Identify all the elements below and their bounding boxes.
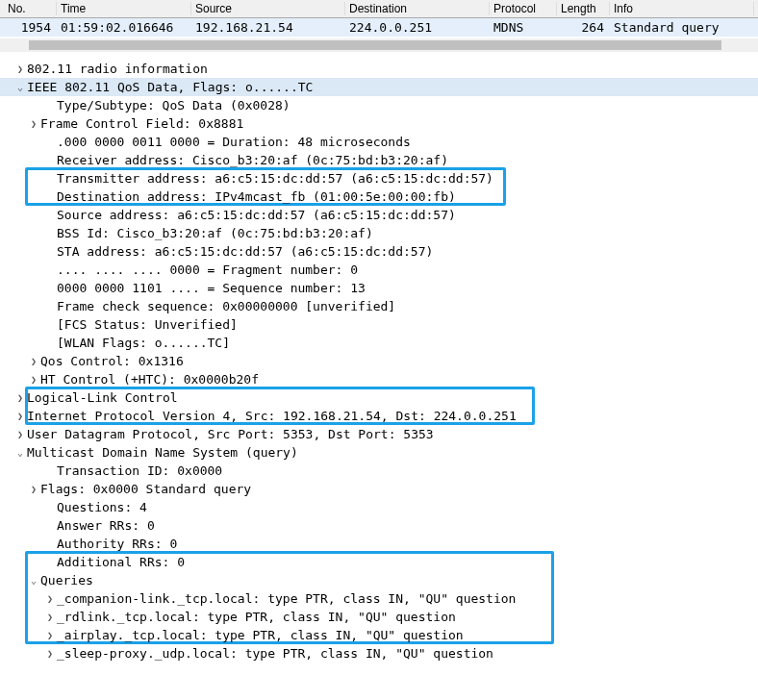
chevron-right-icon[interactable]: ❯ bbox=[27, 370, 40, 388]
chevron-right-icon[interactable]: ❯ bbox=[43, 608, 57, 626]
tree-qos-ctl[interactable]: ❯Qos Control: 0x1316 bbox=[0, 352, 758, 370]
tree-answer-rrs[interactable]: Answer RRs: 0 bbox=[0, 516, 758, 535]
col-destination[interactable]: Destination bbox=[345, 2, 490, 15]
tree-frag-no[interactable]: .... .... .... 0000 = Fragment number: 0 bbox=[0, 261, 758, 279]
packet-details-tree: ❯ 802.11 radio information ⌄ IEEE 802.11… bbox=[0, 58, 758, 670]
tree-ip[interactable]: ❯ Internet Protocol Version 4, Src: 192.… bbox=[0, 407, 758, 425]
tree-seq-no[interactable]: 0000 0000 1101 .... = Sequence number: 1… bbox=[0, 279, 758, 297]
tree-llc[interactable]: ❯ Logical-Link Control bbox=[0, 388, 758, 407]
tree-query-0[interactable]: ❯_companion-link._tcp.local: type PTR, c… bbox=[0, 589, 758, 608]
tree-fcs[interactable]: Frame check sequence: 0x00000000 [unveri… bbox=[0, 297, 758, 315]
col-time[interactable]: Time bbox=[57, 2, 191, 15]
col-source[interactable]: Source bbox=[191, 2, 345, 15]
tree-fcs-status[interactable]: [FCS Status: Unverified] bbox=[0, 315, 758, 334]
chevron-right-icon[interactable]: ❯ bbox=[13, 407, 27, 425]
tree-transmitter[interactable]: Transmitter address: a6:c5:15:dc:dd:57 (… bbox=[0, 169, 758, 188]
packet-source: 192.168.21.54 bbox=[191, 20, 345, 35]
tree-query-3[interactable]: ❯_sleep-proxy._udp.local: type PTR, clas… bbox=[0, 644, 758, 662]
tree-wlan-flags[interactable]: [WLAN Flags: o......TC] bbox=[0, 334, 758, 352]
packet-protocol: MDNS bbox=[490, 20, 557, 35]
chevron-right-icon[interactable]: ❯ bbox=[27, 352, 40, 370]
tree-ieee80211[interactable]: ⌄ IEEE 802.11 QoS Data, Flags: o......TC bbox=[0, 78, 758, 96]
tree-authority-rrs[interactable]: Authority RRs: 0 bbox=[0, 535, 758, 553]
tree-dest-addr[interactable]: Destination address: IPv4mcast_fb (01:00… bbox=[0, 188, 758, 206]
chevron-right-icon[interactable]: ❯ bbox=[43, 644, 57, 662]
chevron-right-icon[interactable]: ❯ bbox=[27, 114, 40, 133]
tree-udp[interactable]: ❯ User Datagram Protocol, Src Port: 5353… bbox=[0, 425, 758, 443]
tree-bssid[interactable]: BSS Id: Cisco_b3:20:af (0c:75:bd:b3:20:a… bbox=[0, 224, 758, 242]
chevron-right-icon[interactable]: ❯ bbox=[27, 480, 40, 498]
tree-type-subtype[interactable]: Type/Subtype: QoS Data (0x0028) bbox=[0, 96, 758, 114]
tree-ht-ctl[interactable]: ❯HT Control (+HTC): 0x0000b20f bbox=[0, 370, 758, 388]
packet-length: 264 bbox=[557, 20, 610, 35]
chevron-right-icon[interactable]: ❯ bbox=[13, 60, 27, 78]
chevron-right-icon[interactable]: ❯ bbox=[43, 626, 57, 644]
packet-destination: 224.0.0.251 bbox=[345, 20, 490, 35]
tree-questions[interactable]: Questions: 4 bbox=[0, 498, 758, 516]
chevron-right-icon[interactable]: ❯ bbox=[43, 589, 57, 608]
tree-src-addr[interactable]: Source address: a6:c5:15:dc:dd:57 (a6:c5… bbox=[0, 206, 758, 224]
tree-duration[interactable]: .000 0000 0011 0000 = Duration: 48 micro… bbox=[0, 133, 758, 151]
chevron-down-icon[interactable]: ⌄ bbox=[13, 78, 27, 96]
packet-list-hscroll[interactable] bbox=[0, 38, 758, 52]
col-info[interactable]: Info bbox=[610, 2, 754, 15]
tree-radio-info[interactable]: ❯ 802.11 radio information bbox=[0, 60, 758, 78]
tree-mdns[interactable]: ⌄ Multicast Domain Name System (query) bbox=[0, 443, 758, 462]
ieee80211-label: IEEE 802.11 QoS Data, Flags: o......TC bbox=[27, 78, 313, 96]
col-protocol[interactable]: Protocol bbox=[490, 2, 557, 15]
packet-info: Standard query bbox=[610, 20, 754, 35]
tree-query-1[interactable]: ❯_rdlink._tcp.local: type PTR, class IN,… bbox=[0, 608, 758, 626]
tree-txid[interactable]: Transaction ID: 0x0000 bbox=[0, 462, 758, 480]
packet-list-header: No. Time Source Destination Protocol Len… bbox=[0, 0, 758, 18]
chevron-right-icon[interactable]: ❯ bbox=[13, 425, 27, 443]
chevron-down-icon[interactable]: ⌄ bbox=[13, 443, 27, 462]
col-no[interactable]: No. bbox=[4, 2, 57, 15]
tree-receiver[interactable]: Receiver address: Cisco_b3:20:af (0c:75:… bbox=[0, 151, 758, 169]
tree-mdns-flags[interactable]: ❯Flags: 0x0000 Standard query bbox=[0, 480, 758, 498]
packet-time: 01:59:02.016646 bbox=[57, 20, 191, 35]
radio-info-label: 802.11 radio information bbox=[27, 60, 208, 78]
tree-sta-addr[interactable]: STA address: a6:c5:15:dc:dd:57 (a6:c5:15… bbox=[0, 242, 758, 261]
packet-no: 1954 bbox=[4, 20, 57, 35]
col-length[interactable]: Length bbox=[557, 2, 610, 15]
tree-frame-ctl[interactable]: ❯Frame Control Field: 0x8881 bbox=[0, 114, 758, 133]
tree-query-2[interactable]: ❯_airplay._tcp.local: type PTR, class IN… bbox=[0, 626, 758, 644]
tree-additional-rrs[interactable]: Additional RRs: 0 bbox=[0, 553, 758, 571]
tree-queries[interactable]: ⌄ Queries bbox=[0, 571, 758, 589]
packet-row[interactable]: 1954 01:59:02.016646 192.168.21.54 224.0… bbox=[0, 18, 758, 37]
chevron-right-icon[interactable]: ❯ bbox=[13, 388, 27, 407]
chevron-down-icon[interactable]: ⌄ bbox=[27, 571, 40, 589]
